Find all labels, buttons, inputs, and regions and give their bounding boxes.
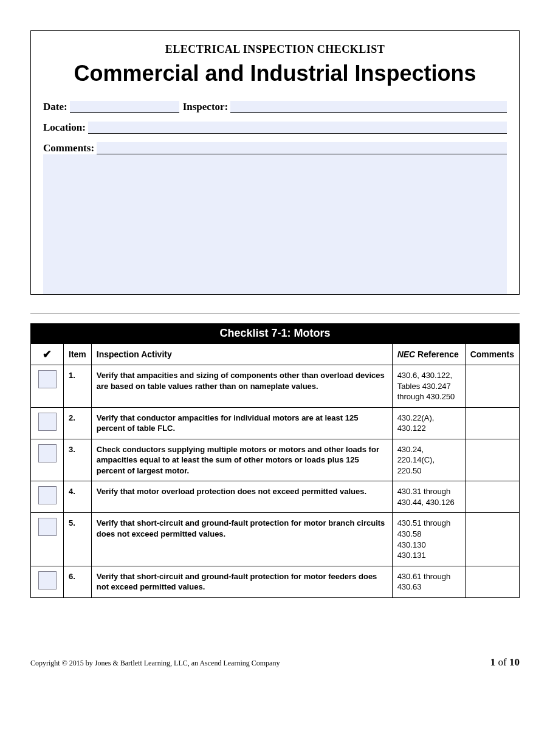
main-title: Commercial and Industrial Inspections	[43, 61, 507, 86]
col-check: ✔	[31, 344, 64, 365]
location-label: Location:	[43, 122, 88, 134]
activity-text: Check conductors supplying multiple moto…	[91, 439, 392, 481]
item-number: 5.	[64, 513, 92, 566]
row-comments[interactable]	[465, 365, 519, 408]
date-input[interactable]	[70, 101, 179, 112]
comments-label: Comments:	[43, 142, 97, 154]
header-box: ELECTRICAL INSPECTION CHECKLIST Commerci…	[30, 30, 520, 295]
col-activity: Inspection Activity	[91, 344, 392, 365]
item-number: 4.	[64, 481, 92, 513]
table-row: 3.Check conductors supplying multiple mo…	[31, 439, 520, 481]
comments-row: Comments:	[43, 142, 507, 154]
footer: Copyright © 2015 by Jones & Bartlett Lea…	[30, 656, 520, 668]
item-number: 1.	[64, 365, 92, 408]
checkbox[interactable]	[38, 413, 57, 431]
comments-field[interactable]	[97, 142, 507, 154]
page-sep: of	[495, 656, 509, 668]
col-item: Item	[64, 344, 92, 365]
section-divider	[30, 313, 520, 314]
table-row: 1.Verify that ampacities and sizing of c…	[31, 365, 520, 408]
reference-text: 430.22(A), 430.122	[392, 407, 465, 439]
check-cell	[31, 439, 64, 481]
inspector-label: Inspector:	[183, 101, 231, 113]
item-number: 3.	[64, 439, 92, 481]
copyright-text: Copyright © 2015 by Jones & Bartlett Lea…	[30, 659, 280, 668]
checklist-title: Checklist 7-1: Motors	[30, 323, 520, 343]
reference-text: 430.31 through 430.44, 430.126	[392, 481, 465, 513]
row-comments[interactable]	[465, 513, 519, 566]
activity-text: Verify that conductor ampacities for ind…	[91, 407, 392, 439]
checkbox[interactable]	[38, 571, 57, 589]
date-field[interactable]	[70, 101, 179, 113]
checklist-body: 1.Verify that ampacities and sizing of c…	[31, 365, 520, 598]
row-comments[interactable]	[465, 481, 519, 513]
reference-text: 430.61 through 430.63	[392, 566, 465, 597]
check-cell	[31, 481, 64, 513]
checkbox[interactable]	[38, 518, 57, 536]
check-cell	[31, 566, 64, 597]
activity-text: Verify that short-circuit and ground-fau…	[91, 513, 392, 566]
reference-text: 430.6, 430.122, Tables 430.247 through 4…	[392, 365, 465, 408]
table-row: 5.Verify that short-circuit and ground-f…	[31, 513, 520, 566]
nec-suffix: Reference	[415, 349, 459, 359]
activity-text: Verify that ampacities and sizing of com…	[91, 365, 392, 408]
activity-text: Verify that short-circuit and ground-fau…	[91, 566, 392, 597]
location-row: Location:	[43, 122, 507, 134]
check-cell	[31, 513, 64, 566]
activity-text: Verify that motor overload protection do…	[91, 481, 392, 513]
col-reference: NEC Reference	[392, 344, 465, 365]
reference-text: 430.24, 220.14(C), 220.50	[392, 439, 465, 481]
row-comments[interactable]	[465, 407, 519, 439]
pre-title: ELECTRICAL INSPECTION CHECKLIST	[43, 43, 507, 56]
reference-text: 430.51 through 430.58 430.130 430.131	[392, 513, 465, 566]
check-cell	[31, 407, 64, 439]
table-row: 4.Verify that motor overload protection …	[31, 481, 520, 513]
row-comments[interactable]	[465, 439, 519, 481]
check-cell	[31, 365, 64, 408]
location-input[interactable]	[88, 122, 507, 133]
row-comments[interactable]	[465, 566, 519, 597]
page-number: 1 of 10	[490, 656, 520, 668]
inspector-input[interactable]	[230, 101, 507, 112]
location-field[interactable]	[88, 122, 507, 134]
checkbox[interactable]	[38, 486, 57, 504]
nec-prefix: NEC	[397, 349, 416, 359]
checklist-table: ✔ Item Inspection Activity NEC Reference…	[30, 343, 520, 598]
page-total: 10	[509, 656, 520, 668]
table-row: 6.Verify that short-circuit and ground-f…	[31, 566, 520, 597]
inspector-field[interactable]	[230, 101, 507, 113]
item-number: 6.	[64, 566, 92, 597]
comments-input[interactable]	[97, 143, 507, 154]
checkbox[interactable]	[38, 444, 57, 462]
page: ELECTRICAL INSPECTION CHECKLIST Commerci…	[0, 0, 550, 683]
comments-area[interactable]	[43, 154, 507, 294]
checkbox[interactable]	[38, 370, 57, 388]
table-row: 2.Verify that conductor ampacities for i…	[31, 407, 520, 439]
date-label: Date:	[43, 101, 70, 113]
item-number: 2.	[64, 407, 92, 439]
date-inspector-row: Date: Inspector:	[43, 101, 507, 113]
table-header-row: ✔ Item Inspection Activity NEC Reference…	[31, 344, 520, 365]
col-comments: Comments	[465, 344, 519, 365]
